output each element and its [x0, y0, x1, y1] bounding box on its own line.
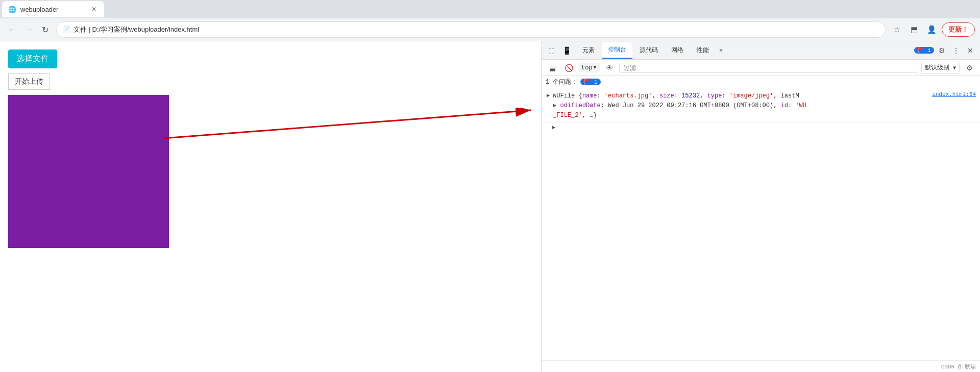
console-key-id: id: [781, 102, 788, 109]
console-comma-3: , lastM: [773, 92, 799, 100]
reload-button[interactable]: ↻: [38, 22, 52, 37]
devtools-more-tabs-button[interactable]: »: [716, 45, 726, 56]
console-comma-end: , …}: [582, 112, 597, 119]
console-key-type: type: [707, 92, 722, 100]
devtools-panel: ⬚ 📱 元素 控制台 源代码 网络 性能 » 🚩 1: [541, 41, 980, 372]
image-preview: [8, 95, 169, 248]
console-level-label: 默认级别: [925, 64, 949, 71]
console-colon-4: :: [601, 102, 608, 109]
profile-button[interactable]: 👤: [924, 22, 939, 37]
console-object-type: WUFile {: [553, 92, 582, 100]
console-colon-1: :: [597, 92, 604, 100]
tab-label: webuploader: [20, 6, 58, 13]
tab-favicon: 🌐: [8, 6, 16, 13]
forward-button[interactable]: →: [21, 22, 36, 37]
console-eye-button[interactable]: 👁: [603, 61, 616, 75]
console-entry-1: ▶ WUFile {name: 'echarts.jpg', size: 152…: [542, 90, 980, 122]
top-filter-chevron: ▼: [594, 65, 597, 70]
main-content: 选择文件 开始上传 ⬚ 📱 元素: [0, 41, 980, 372]
address-bar[interactable]: 📄: [56, 21, 886, 38]
tab-bar: 🌐 webuploader ✕: [0, 0, 980, 18]
console-key-name: name: [582, 92, 597, 100]
devtools-close-button[interactable]: ✕: [964, 44, 977, 57]
devtools-console: ▶ WUFile {name: 'echarts.jpg', size: 152…: [542, 88, 980, 360]
console-line-2: ▶ odifiedDate: Wed Jun 29 2022 09:27:16 …: [553, 101, 930, 111]
console-key-modified: odifiedDate: [560, 102, 600, 109]
devtools-tab-elements-label: 元素: [582, 46, 595, 55]
console-colon-2: :: [674, 92, 681, 100]
devtools-tab-performance[interactable]: 性能: [691, 42, 715, 59]
svg-line-1: [163, 110, 531, 138]
level-chevron: ▼: [953, 65, 956, 71]
expand-arrow[interactable]: ▶: [552, 123, 555, 131]
arrow-container: [163, 108, 546, 148]
update-button[interactable]: 更新！: [942, 22, 975, 37]
console-key-size: size: [659, 92, 674, 100]
devtools-tab-sources-label: 源代码: [640, 46, 658, 55]
devtools-tab-network[interactable]: 网络: [665, 42, 690, 59]
bookmark-button[interactable]: ☆: [890, 22, 904, 37]
console-val-type: 'image/jpeg': [729, 92, 773, 100]
back-button[interactable]: ←: [5, 22, 19, 37]
inspect-element-button[interactable]: ⬚: [545, 44, 558, 57]
tab-manager-button[interactable]: ⬒: [907, 22, 921, 37]
devtools-watermark: CSDN @:耿瑞: [542, 360, 980, 372]
toolbar-actions: ☆ ⬒ 👤 更新！: [890, 22, 975, 37]
devtools-icons-left: ⬚ 📱: [545, 44, 573, 57]
devtools-settings-button[interactable]: ⚙: [935, 44, 948, 57]
devtools-tab-elements[interactable]: 元素: [576, 42, 601, 59]
devtools-issues-badge: 🚩 1: [914, 47, 934, 54]
file-icon: 📄: [63, 26, 70, 33]
console-output-text: WUFile {name: 'echarts.jpg', size: 15232…: [553, 91, 930, 121]
select-file-button[interactable]: 选择文件: [8, 49, 57, 68]
console-filter-input[interactable]: [619, 63, 918, 73]
watermark-text: CSDN @:耿瑞: [941, 364, 976, 370]
top-filter-label: top: [581, 64, 593, 71]
console-colon-5: :: [788, 102, 795, 109]
console-val-size: 15232: [681, 92, 700, 100]
console-line-reference[interactable]: index.html:54: [932, 91, 976, 97]
console-line-1: WUFile {name: 'echarts.jpg', size: 15232…: [553, 91, 930, 101]
console-level-select[interactable]: 默认级别 ▼: [921, 62, 960, 73]
devtools-tab-performance-label: 性能: [697, 46, 709, 55]
devtools-menu-button[interactable]: ⋮: [949, 44, 963, 57]
issues-count-badge: 🚩 1: [580, 79, 600, 85]
console-val-name: 'echarts.jpg': [604, 92, 652, 100]
tab-webuploader[interactable]: 🌐 webuploader ✕: [2, 1, 104, 17]
devtools-tab-network-label: 网络: [671, 46, 683, 55]
issues-label-text: 1 个问题：: [546, 78, 577, 86]
devtools-issues-bar: 1 个问题： 🚩 1: [542, 76, 980, 88]
console-val-id-cont: _FILE_2': [553, 112, 582, 119]
console-colon-3: :: [722, 92, 729, 100]
top-filter-select[interactable]: top ▼: [578, 63, 600, 72]
devtools-tab-sources[interactable]: 源代码: [633, 42, 664, 59]
address-input[interactable]: [74, 26, 879, 34]
devtools-issues-badge-area: 🚩 1: [914, 47, 934, 54]
console-expand-row: ▶: [542, 122, 980, 132]
browser-chrome: 🌐 webuploader ✕ ← → ↻ 📄 ☆ ⬒ 👤 更新！: [0, 0, 980, 41]
console-line-3: _FILE_2', …}: [553, 111, 930, 120]
console-comma-2: ,: [700, 92, 707, 100]
device-toolbar-button[interactable]: 📱: [560, 44, 573, 57]
upload-button[interactable]: 开始上传: [8, 73, 50, 90]
devtools-tab-console-label: 控制台: [608, 45, 626, 54]
console-dock-button[interactable]: ⬓: [546, 61, 559, 75]
page-content: 选择文件 开始上传: [0, 41, 541, 372]
browser-toolbar: ← → ↻ 📄 ☆ ⬒ 👤 更新！: [0, 18, 980, 41]
console-expand-toggle[interactable]: ▶: [546, 91, 551, 100]
nav-buttons: ← → ↻: [5, 22, 52, 37]
console-val-date: Wed Jun 29 2022 09:27:16 GMT+0800 (GMT+0…: [608, 102, 780, 109]
devtools-console-toolbar: ⬓ 🚫 top ▼ 👁 默认级别 ▼ ⚙: [542, 60, 980, 76]
tab-close-button[interactable]: ✕: [90, 5, 98, 13]
devtools-tabs: ⬚ 📱 元素 控制台 源代码 网络 性能 » 🚩 1: [542, 41, 980, 60]
console-settings-button[interactable]: ⚙: [963, 61, 976, 75]
console-comma-1: ,: [652, 92, 659, 100]
console-clear-button[interactable]: 🚫: [562, 61, 575, 75]
console-val-id: 'WU: [795, 102, 806, 109]
console-text-expand-icon[interactable]: ▶: [553, 102, 556, 109]
devtools-tab-console[interactable]: 控制台: [602, 42, 632, 59]
